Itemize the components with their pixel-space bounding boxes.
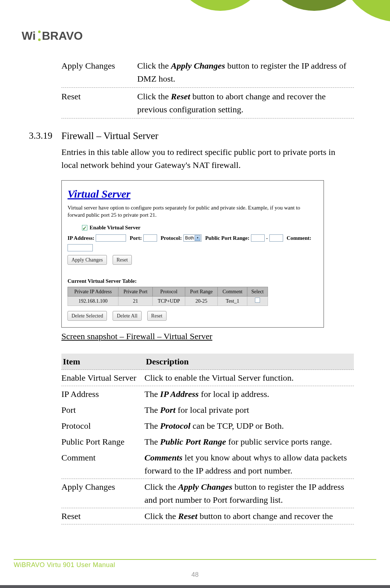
- comment-input[interactable]: [68, 244, 93, 251]
- reset-button[interactable]: Reset: [147, 311, 166, 321]
- svg-point-0: [38, 31, 41, 33]
- def-desc: Click the Reset button to abort change a…: [137, 90, 354, 116]
- table-row: Public Port RangeThe Public Port Range f…: [61, 434, 354, 450]
- item-cell: Public Port Range: [61, 435, 144, 448]
- logo-part-a: Wi: [22, 29, 36, 42]
- table-row: Enable Virtual ServerClick to enable the…: [61, 370, 354, 386]
- brand-logo: Wi BRAVO: [22, 29, 368, 43]
- col-description: Description: [144, 354, 354, 369]
- description-cell: Comments let you know about whys to allo…: [144, 451, 354, 477]
- delete-all-button[interactable]: Delete All: [113, 311, 141, 321]
- col-item: Item: [61, 354, 144, 369]
- ip-address-input[interactable]: [96, 234, 126, 242]
- col-comment: Comment: [218, 287, 247, 296]
- item-cell: Comment: [61, 451, 144, 477]
- item-description-table: Item Description Enable Virtual ServerCl…: [61, 354, 354, 524]
- col-port-range: Port Range: [185, 287, 218, 296]
- row-select-checkbox[interactable]: [255, 298, 260, 303]
- comment-label: Comment:: [287, 234, 311, 242]
- screenshot-panel: Virtual Server Virtual server have optio…: [61, 180, 324, 328]
- apply-changes-button[interactable]: Apply Changes: [68, 255, 107, 265]
- section-title: Firewall – Virtual Server: [61, 129, 354, 143]
- description-cell: The Public Port Range for public service…: [144, 435, 354, 448]
- def-desc: Click the Apply Changes button to regist…: [137, 59, 354, 85]
- logo-part-b: BRAVO: [42, 29, 83, 42]
- panel-title: Virtual Server: [68, 186, 318, 202]
- table-row: PortThe Port for local private port: [61, 402, 354, 418]
- protocol-select[interactable]: Both▾: [183, 234, 202, 242]
- range-dash: -: [266, 234, 268, 242]
- public-port-range-label: Public Port Range:: [205, 234, 249, 242]
- enable-virtual-server-label: Enable Virtual Server: [90, 224, 140, 232]
- reset-button[interactable]: Reset: [113, 255, 132, 265]
- description-cell: The IP Address for local ip address.: [144, 388, 354, 401]
- public-port-range-end-input[interactable]: [269, 234, 283, 242]
- footer-text: WiBRAVO Virtu 901 User Manual: [14, 561, 376, 569]
- page-number: 48: [14, 571, 376, 579]
- col-protocol: Protocol: [153, 287, 185, 296]
- delete-selected-button[interactable]: Delete Selected: [68, 311, 107, 321]
- port-label: Port:: [130, 234, 142, 242]
- table-row: ResetClick the Reset button to abort cha…: [61, 508, 354, 524]
- table-row: CommentComments let you know about whys …: [61, 450, 354, 479]
- item-cell: Protocol: [61, 419, 144, 432]
- item-cell: Enable Virtual Server: [61, 371, 144, 384]
- table-row: Apply ChangesClick the Apply Changes but…: [61, 479, 354, 508]
- section-number: 3.3.19: [29, 129, 52, 143]
- chevron-down-icon: ▾: [195, 235, 200, 241]
- virtual-server-table: Private IP Address Private Port Protocol…: [68, 287, 268, 306]
- port-input[interactable]: [143, 234, 157, 242]
- top-def-table: Apply Changes Click the Apply Changes bu…: [61, 57, 354, 118]
- col-private-port: Private Port: [118, 287, 152, 296]
- item-cell: Reset: [61, 510, 144, 523]
- bottom-bar: [0, 585, 390, 588]
- def-term: Reset: [61, 90, 137, 116]
- table-row: ProtocolThe Protocol can be TCP, UDP or …: [61, 418, 354, 434]
- svg-point-1: [38, 39, 41, 41]
- protocol-label: Protocol:: [161, 234, 182, 242]
- item-cell: IP Address: [61, 388, 144, 401]
- col-private-ip: Private IP Address: [68, 287, 118, 296]
- section-intro: Entries in this table allow you to redir…: [61, 146, 354, 172]
- public-port-range-start-input[interactable]: [251, 234, 265, 242]
- item-cell: Port: [61, 403, 144, 416]
- screenshot-caption: Screen snapshot – Firewall – Virtual Ser…: [61, 330, 354, 343]
- description-cell: The Protocol can be TCP, UDP or Both.: [144, 419, 354, 432]
- description-cell: The Port for local private port: [144, 403, 354, 416]
- description-cell: Click the Reset button to abort change a…: [144, 510, 354, 523]
- def-term: Apply Changes: [61, 59, 137, 85]
- enable-virtual-server-checkbox[interactable]: [82, 225, 87, 230]
- item-cell: Apply Changes: [61, 480, 144, 506]
- description-cell: Click the Apply Changes button to regist…: [144, 480, 354, 506]
- table-row: 192.168.1.100 21 TCP+UDP 20-25 Test_1: [68, 296, 268, 306]
- panel-description: Virtual server have option to configure …: [68, 204, 318, 219]
- table-row: IP AddressThe IP Address for local ip ad…: [61, 386, 354, 402]
- description-cell: Click to enable the Virtual Server funct…: [144, 371, 354, 384]
- page-footer: WiBRAVO Virtu 901 User Manual 48: [14, 559, 376, 579]
- ip-address-label: IP Address:: [68, 234, 94, 242]
- footer-rule: [14, 559, 376, 560]
- col-select: Select: [247, 287, 268, 296]
- current-table-heading: Current Virtual Server Table:: [68, 277, 318, 285]
